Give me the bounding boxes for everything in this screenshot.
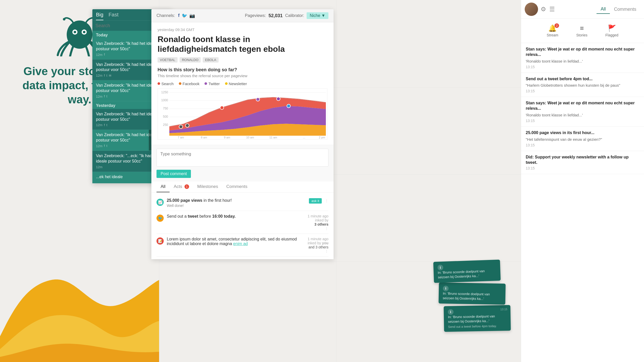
inked-by: 1 minute ago (308, 237, 328, 241)
calibrator-label: Calibrator: (285, 13, 304, 18)
gear-icon[interactable]: ⚙ (541, 6, 546, 13)
svg-text:9 am: 9 am (224, 136, 230, 139)
facebook-icon: f (104, 123, 105, 127)
feed-item[interactable]: 25.000 page views in its first hour... "… (521, 127, 644, 151)
legend-label-newsletter: Newsletter (229, 82, 247, 86)
tag-ebola: EBOLA (203, 57, 218, 63)
feed-time: 13:15 (526, 143, 639, 147)
right-feed: Stan says: Weet je wat er op dit moment … (521, 43, 644, 174)
nav-flagged[interactable]: 🚩 Flagged (600, 22, 624, 39)
activity-menu-icon[interactable]: ⋮ (325, 199, 328, 203)
feed-excerpt: "Harlem Globetrotters showen hun kunsten… (526, 83, 639, 88)
notif-text-1: In: 'Bruno scoorde doelpunt van seizoen … (438, 268, 496, 280)
activity-menu-icon[interactable]: ⋮ (325, 249, 328, 253)
channels-label: Channels: (157, 13, 175, 18)
tab-fast[interactable]: Fast (109, 12, 119, 20)
notif-card-3[interactable]: ℹ In: 'Bruno scoorde doelpunt van seizoe… (444, 305, 511, 332)
notif-icon-1: ℹ (437, 265, 443, 270)
legend-dot-facebook (179, 82, 181, 85)
wave-decoration (0, 234, 159, 362)
notif-text-2: In: 'Bruno scoorde doelpunt van seizoen … (443, 291, 502, 301)
chart-legend: Search Facebook Twitter Newsletter (158, 82, 327, 86)
feed-time: 13:15 (526, 89, 639, 93)
feed-time: 13:15 (526, 65, 639, 69)
feed-excerpt: 'Ronaldo toont klasse in liefdad...' (526, 58, 639, 64)
article-content: yesterday 09:34 GMT Ronaldo toont klasse… (151, 22, 334, 145)
tab-comments[interactable]: Comments (222, 182, 251, 192)
inked-others: inked by (308, 218, 328, 222)
activity-menu-icon[interactable]: ⋮ (325, 226, 328, 230)
activity-icon-green: 📈 (157, 199, 164, 206)
feed-time: 13:15 (526, 166, 639, 170)
legend-label-twitter: Twitter (208, 82, 220, 86)
feed-item[interactable]: Stan says: Weet je wat er op dit moment … (521, 97, 644, 127)
menu-icon[interactable]: ☰ (549, 6, 555, 13)
activity-item: 📝 Lorem ipsum dolor sit amet, consectetu… (157, 234, 328, 257)
activity-right: 1 minute ago inked by 3 others ⋮ (308, 214, 328, 230)
pageviews-row: Pageviews: 52,031 Calibrator: Niche ▼ (245, 12, 328, 19)
article-time: 12m (96, 95, 102, 98)
svg-point-26 (186, 124, 189, 127)
svg-point-5 (63, 18, 65, 21)
notification-badge: 2 (554, 23, 559, 28)
notif-card-1[interactable]: ℹ In: 'Bruno scoorde doelpunt van seizoe… (433, 259, 501, 283)
post-comment-button[interactable]: Post comment (157, 170, 191, 178)
inked-you: inked by you (308, 241, 328, 245)
main-article-panel: Channels: f 🐦 📷 Pageviews: 52,031 Calibr… (151, 9, 334, 259)
svg-point-27 (220, 106, 224, 109)
feed-title: Stan says: Weet je wat er op dit moment … (526, 47, 639, 57)
activity-right: 1 minute ago inked by you and 3 others ⋮ (308, 237, 328, 253)
flag-icon: 🚩 (608, 24, 616, 32)
notif-card-2[interactable]: ℹ In: 'Bruno scoorde doelpunt van seizoe… (438, 283, 505, 305)
feed-time: 13:15 (526, 119, 639, 123)
activity-content: 25.000 page views in the first hour! Wel… (167, 198, 306, 208)
activity-item: 🐦 Send out a tweet before 16:00 today. 1… (157, 211, 328, 234)
chart-title: How is this story been doing so far? (158, 67, 327, 73)
activity-text: 25.000 page views in the first hour! (167, 198, 306, 203)
activity-text: Send out a tweet before 16:00 today. (167, 214, 305, 219)
ask-button[interactable]: ask it (309, 198, 322, 204)
article-time: 12m (96, 165, 102, 169)
notification-cards: ℹ In: 'Bruno scoorde doelpunt van seizoe… (434, 261, 511, 331)
legend-search: Search (158, 82, 174, 86)
notif-text-3: In: 'Bruno scoorde doelpunt van seizoen … (448, 314, 507, 324)
chart-subtitle: This timeline shows the referral source … (158, 74, 327, 78)
flagged-label: Flagged (606, 33, 619, 37)
svg-text:1000: 1000 (161, 98, 168, 102)
tab-all-button[interactable]: All (597, 5, 610, 14)
svg-text:7 am: 7 am (178, 136, 184, 139)
chevron-down-icon: ▼ (321, 13, 325, 18)
twitter-icon: t (106, 95, 107, 98)
feed-title: Stan says: Weet je wat er op dit moment … (526, 100, 639, 111)
activity-right: ask it ⋮ (309, 198, 328, 204)
tab-comments-button[interactable]: Comments (610, 5, 640, 14)
feed-excerpt: "Het tafeltennispunt van de eeuw al gezi… (526, 137, 639, 142)
nav-stream[interactable]: 🔔 2 Stream (542, 22, 563, 39)
tag-ronaldo: RONALDO (180, 57, 201, 63)
feed-item[interactable]: Stan says: Weet je wat er op dit moment … (521, 43, 644, 73)
legend-facebook: Facebook (179, 82, 200, 86)
activity-content: Lorem ipsum dolor sit amet, consectetur … (167, 237, 305, 247)
comment-input[interactable] (157, 149, 328, 167)
channels-row: Channels: f 🐦 📷 (157, 13, 195, 18)
nav-stories[interactable]: ≡ Stories (571, 22, 593, 39)
activity-sub: Well done! (167, 204, 306, 208)
legend-label-search: Search (161, 82, 174, 86)
tab-acts[interactable]: Acts 1 (170, 182, 193, 192)
svg-point-29 (277, 97, 280, 100)
chart-container: 1250 1000 750 500 250 (158, 88, 327, 140)
inked-by: 1 minute ago (308, 214, 328, 218)
feed-title: Send out a tweet before 4pm tod... (526, 76, 639, 82)
svg-point-4 (83, 31, 85, 33)
tab-all[interactable]: All (157, 182, 170, 192)
linked-count: 3 others (308, 222, 328, 226)
activity-icon-red: 📝 (157, 237, 164, 245)
right-panel: ⚙ ☰ All Comments 🔔 2 Stream ≡ Stories 🚩 … (521, 0, 644, 362)
feed-excerpt: 'Ronaldo toont klasse in liefdad...' (526, 112, 639, 118)
tab-milestones[interactable]: Milestones (193, 182, 222, 192)
feed-item[interactable]: Did: Support your weekly newsletter with… (521, 151, 644, 174)
tab-big[interactable]: Big (96, 12, 103, 20)
calibrator-button[interactable]: Niche ▼ (307, 12, 328, 19)
feed-item[interactable]: Send out a tweet before 4pm tod... "Harl… (521, 73, 644, 97)
facebook-icon: f (104, 95, 105, 98)
